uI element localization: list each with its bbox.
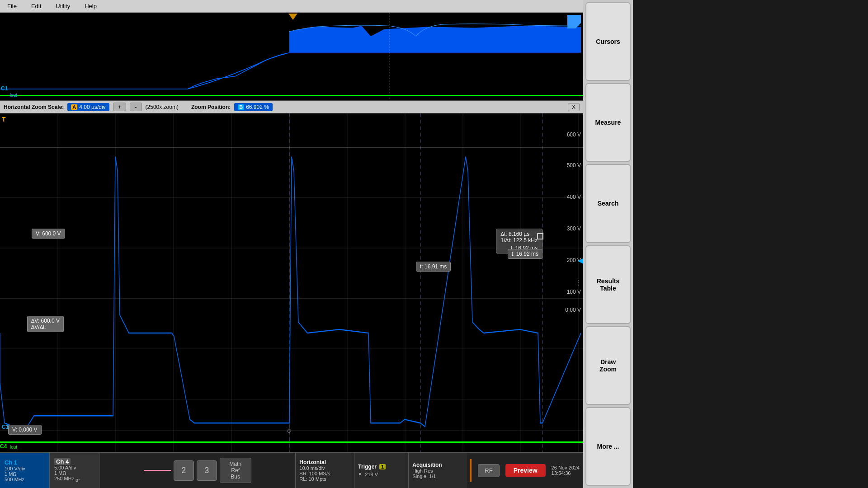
zoom-pos-value-box[interactable]: B 66.902 % [234, 103, 273, 111]
volt-label-100: 100 V [567, 289, 581, 295]
acquisition-mode: High Res [412, 468, 463, 474]
menu-edit[interactable]: Edit [28, 2, 44, 10]
ch1-volts-div: 100 V/div [5, 466, 45, 471]
cursor2-t-readout: t: 16.92 ms [508, 249, 542, 259]
search-button[interactable]: Search [585, 164, 631, 243]
horizontal-time-div: 10.0 ms/div [299, 465, 350, 471]
zoom-channel-letter: A [71, 104, 77, 110]
trigger-mode: ✕ [358, 471, 362, 477]
delta-inv-dt: 1/∆t: 122.5 kHz [501, 237, 538, 244]
cursor-v-zero-readout: V: 0.000 V [8, 425, 42, 435]
menu-help[interactable]: Help [82, 2, 99, 10]
bottom-bar: Ch 1 100 V/div 1 MΩ 500 MHz Ch 4 5.00 A/… [0, 452, 583, 488]
horizontal-sr: SR: 100 MS/s [299, 471, 350, 476]
zoom-scale-value: 4.00 µs/div [79, 104, 105, 110]
three-dots-icon[interactable]: ⋮ [575, 279, 582, 286]
menu-utility[interactable]: Utility [53, 2, 73, 10]
horizontal-rl: RL: 10 Mpts [299, 476, 350, 482]
trigger-panel[interactable]: Trigger 1 ✕ 218 V [354, 453, 408, 488]
ch-label-overview: C1 [1, 85, 8, 92]
trigger-level-indicator [470, 459, 472, 482]
wave-line-icon-pink[interactable] [144, 470, 171, 471]
date-time-display: 26 Nov 2024 13:54:36 [552, 465, 580, 476]
overview-waveform-svg [0, 13, 583, 100]
zoom-plus-btn[interactable]: + [113, 103, 127, 111]
zoom-scale-label: Horizontal Zoom Scale: [4, 104, 64, 110]
date-label: 26 Nov 2024 [552, 465, 580, 470]
overview-window: C1 lout [0, 13, 583, 101]
ch1-io-label: lout [10, 93, 17, 98]
cursor-v-zero: V: 0.000 V [12, 427, 38, 433]
cursor1-t-readout: t: 16.91 ms [416, 262, 451, 272]
cursor-v-value: V: 600.0 V [36, 230, 61, 237]
trigger-t-label: T [2, 116, 6, 123]
ch4-waveform-line [0, 441, 583, 443]
zoom-pos-value-text: 66.902 % [246, 104, 269, 110]
cursor-handle[interactable] [537, 233, 543, 239]
ch4-impedance: 1 MΩ [54, 470, 94, 476]
cursors-button[interactable]: Cursors [585, 2, 631, 81]
acquisition-panel[interactable]: Acquisition High Res Single: 1/1 [408, 453, 467, 488]
cursor-v-readout: V: 600.0 V [32, 229, 65, 239]
preview-button[interactable]: Preview [505, 464, 546, 477]
trigger-channel-badge: 1 [379, 464, 386, 469]
menu-bar: File Edit Utility Help [0, 0, 583, 13]
more-button[interactable]: More ... [585, 407, 631, 486]
horizontal-panel[interactable]: Horizontal 10.0 ms/div SR: 100 MS/s RL: … [295, 453, 354, 488]
rf-button[interactable]: RF [478, 464, 499, 477]
delta-v-box: ∆V: 600.0 V ∆V/∆t: [27, 316, 64, 332]
right-panel: Cursors Measure Search Results Table Dra… [583, 0, 633, 488]
volt-label-0: 0.00 V [565, 307, 581, 313]
ch1-name: Ch 1 [5, 459, 45, 466]
draw-zoom-button[interactable]: Draw Zoom [585, 326, 631, 405]
volt-label-400: 400 V [567, 194, 581, 200]
zoom-pos-label: Zoom Position: [191, 104, 231, 110]
btn-3[interactable]: 3 [197, 460, 217, 481]
trigger-marker-overview [288, 14, 297, 20]
ch4-overview-line [0, 95, 583, 96]
math-label: Math [229, 461, 241, 467]
zoom-minus-btn[interactable]: - [130, 103, 142, 111]
bus-label: Bus [231, 474, 240, 480]
delta-dt: ∆t: 8.160 µs [501, 231, 538, 237]
ch4-name: Ch 4 [54, 458, 71, 465]
delta-v-value: ∆V: 600.0 V [31, 318, 60, 324]
trigger-voltage: 218 V [365, 472, 378, 477]
delta-vdt-value: ∆V/∆t: [31, 324, 60, 330]
zoom-pos-letter: B [238, 104, 244, 110]
acquisition-detail: Single: 1/1 [412, 474, 463, 479]
btn-2[interactable]: 2 [174, 460, 194, 481]
results-table-button[interactable]: Results Table [585, 245, 631, 324]
ch4-io-label: lout [10, 445, 17, 450]
waveform-area: T 600 V 500 V 400 V 300 V 200 V 100 V 0.… [0, 113, 583, 452]
volt-label-600: 600 V [567, 131, 581, 138]
cursor2-t-value: t: 16.92 ms [512, 251, 538, 257]
svg-rect-0 [0, 13, 583, 100]
grid-svg [0, 113, 583, 452]
horizontal-title: Horizontal [299, 459, 350, 465]
acquisition-title: Acquisition [412, 462, 463, 468]
zoom-bar: Horizontal Zoom Scale: A 4.00 µs/div + -… [0, 101, 583, 113]
zoom-multiplier: (2500x zoom) [146, 104, 179, 110]
middle-buttons-area: 2 3 Math Ref Bus [99, 453, 295, 488]
cursor1-t-value: t: 16.91 ms [420, 263, 447, 270]
ch4-volts-div: 5.00 A/div [54, 465, 94, 470]
ch1-info-box[interactable]: Ch 1 100 V/div 1 MΩ 500 MHz [0, 453, 50, 488]
measure-button[interactable]: Measure [585, 83, 631, 162]
c4-label-waveform: C4 [0, 443, 7, 450]
math-ref-bus-btn[interactable]: Math Ref Bus [220, 458, 251, 483]
ch4-bandwidth: 250 MHz B⁻ [54, 476, 94, 483]
ch1-level-arrow: ◀ [578, 257, 583, 264]
ref-label: Ref [231, 467, 240, 474]
ch1-bandwidth: 500 MHz [5, 477, 45, 482]
time-label: 13:54:36 [552, 470, 580, 476]
zoom-scale-value-box[interactable]: A 4.00 µs/div [67, 103, 109, 111]
ch1-impedance: 1 MΩ [5, 471, 45, 477]
zoom-close-btn[interactable]: X [568, 103, 580, 111]
cursor-diamond: ◇ [287, 427, 292, 434]
volt-label-500: 500 V [567, 162, 581, 169]
trigger-title: Trigger [358, 464, 377, 470]
menu-file[interactable]: File [5, 2, 19, 10]
ch4-info-box[interactable]: Ch 4 5.00 A/div 1 MΩ 250 MHz B⁻ [50, 453, 99, 488]
volt-label-300: 300 V [567, 225, 581, 232]
